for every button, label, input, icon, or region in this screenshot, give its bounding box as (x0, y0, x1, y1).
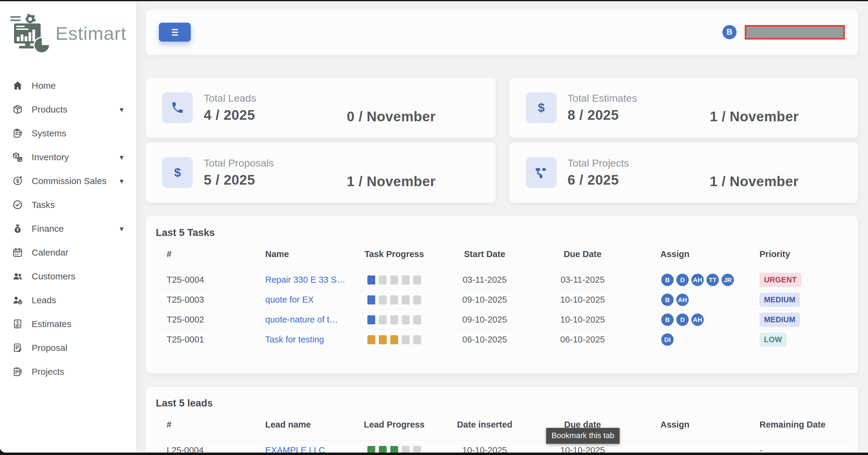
sidebar-item-systems[interactable]: Systems (0, 121, 136, 145)
topbar-right: B (722, 25, 845, 39)
app-window: Estimart Home Products ▾ Systems Invento… (0, 1, 868, 453)
stat-year-value: 8 / 2025 (567, 107, 667, 123)
sidebar: Estimart Home Products ▾ Systems Invento… (0, 1, 136, 453)
task-assignees: DI (631, 333, 754, 347)
sidebar-item-proposal[interactable]: Proposal (0, 336, 136, 360)
stat-year-value: 6 / 2025 (567, 172, 667, 188)
stat-card-total-projects: Total Projects 6 / 2025 1 / November (509, 142, 858, 203)
sidebar-item-label: Commission Sales (32, 176, 106, 186)
task-assignees: BDAH (631, 313, 754, 327)
sidebar-item-label: Calendar (32, 248, 68, 258)
clipboard-list-icon (11, 366, 24, 378)
priority-badge: MEDIUM (760, 293, 800, 307)
svg-text:$: $ (19, 301, 21, 304)
app-logo[interactable]: Estimart (0, 1, 136, 65)
assignee-avatar: DI (660, 333, 675, 347)
chevron-down-icon: ▾ (120, 177, 124, 185)
sidebar-item-estimates[interactable]: $ Estimates (0, 312, 136, 336)
task-due-date: 03-11-2025 (534, 275, 631, 285)
assignee-avatar: B (660, 273, 675, 287)
col-header: Start Date (435, 249, 534, 259)
stat-month-value: 1 / November (303, 156, 479, 190)
tasks-title: Last 5 Tasks (156, 227, 849, 238)
col-header: Name (254, 249, 353, 259)
redacted-user-info (745, 25, 845, 39)
box-icon (11, 104, 24, 116)
sidebar-item-label: Leads (32, 295, 56, 305)
col-header: Assign (631, 420, 754, 430)
sidebar-item-label: Products (32, 105, 67, 115)
task-row: T25-0002 quote-nature of t… 09-10-2025 1… (155, 310, 849, 330)
stat-card-total-proposals: $ Total Proposals 5 / 2025 1 / November (146, 142, 496, 203)
stats-grid: Total Leads 4 / 2025 0 / November $ Tota… (146, 78, 858, 203)
lead-due-date: 10-10-2025 (534, 445, 631, 453)
task-name-link[interactable]: quote-nature of t… (265, 315, 338, 325)
tooltip: Bookmark this tab (546, 428, 620, 444)
col-header: Lead name (254, 420, 353, 430)
tasks-card: Last 5 Tasks # Name Task Progress Start … (146, 216, 858, 373)
task-id: T25-0001 (155, 335, 254, 345)
user-avatar[interactable]: B (722, 25, 737, 39)
leads-title: Last 5 leads (156, 397, 849, 409)
task-name-link[interactable]: quote for EX (265, 295, 314, 305)
doc-pen-icon (11, 342, 24, 354)
user-dollar-icon: $ (11, 294, 24, 306)
sidebar-item-tasks[interactable]: Tasks (0, 193, 136, 217)
leads-table: # Lead name Lead Progress Date inserted … (155, 409, 849, 453)
stat-title: Total Estimates (567, 92, 667, 104)
sidebar-item-customers[interactable]: Customers (0, 264, 136, 288)
stat-month-value: 1 / November (667, 156, 841, 190)
sidebar-item-label: Customers (32, 271, 75, 282)
svg-text:$: $ (16, 227, 19, 232)
assignee-avatar: AH (675, 293, 689, 307)
dollar-icon: $ (526, 92, 557, 123)
lead-remaining-date: - (754, 445, 849, 453)
col-header: # (155, 420, 254, 430)
sidebar-item-products[interactable]: Products ▾ (0, 97, 136, 121)
task-id: T25-0003 (155, 295, 254, 305)
assignee-avatar: JR (721, 273, 735, 287)
svg-text:$: $ (16, 178, 19, 184)
assignee-avatar: D (675, 273, 689, 287)
phone-icon (162, 92, 193, 123)
stat-title: Total Projects (567, 157, 667, 169)
sidebar-item-label: Home (32, 81, 56, 91)
task-assignees: BDAHTTJR (631, 273, 754, 287)
table-header-row: # Lead name Lead Progress Date inserted … (155, 409, 849, 440)
sidebar-nav: Home Products ▾ Systems Inventory ▾ $ Co… (0, 65, 136, 383)
sidebar-item-home[interactable]: Home (0, 74, 136, 97)
sidebar-item-label: Projects (32, 367, 64, 377)
chevron-down-icon: ▾ (120, 225, 124, 233)
chevron-down-icon: ▾ (120, 153, 124, 161)
sidebar-item-leads[interactable]: $ Leads (0, 288, 136, 312)
sidebar-item-projects[interactable]: Projects (0, 360, 136, 383)
progress-bar (367, 335, 421, 344)
col-header: Priority (754, 249, 849, 259)
sidebar-item-calendar[interactable]: Calendar (0, 240, 136, 264)
assignee-avatar: TT (706, 273, 720, 287)
stat-year-value: 4 / 2025 (204, 107, 303, 123)
doc-dollar-icon: $ (11, 318, 24, 330)
lead-name-link[interactable]: EXAMPLE LLC (265, 445, 325, 453)
task-assignees: BAH (631, 293, 754, 307)
col-header: Task Progress (353, 249, 435, 259)
progress-bar (367, 276, 421, 285)
menu-button[interactable] (159, 23, 191, 41)
task-name-link[interactable]: Repair 330 E 33 S… (265, 275, 345, 285)
main-content: B Total Leads 4 / 2025 0 / November $ To… (136, 1, 868, 453)
stat-year-value: 5 / 2025 (204, 172, 303, 188)
col-header: Assign (631, 249, 754, 259)
sidebar-item-inventory[interactable]: Inventory ▾ (0, 145, 136, 169)
svg-text:$: $ (174, 166, 181, 179)
progress-bar (367, 315, 421, 324)
assignee-avatar: AH (690, 313, 705, 327)
task-name-link[interactable]: Task for testing (265, 335, 324, 345)
users-icon (11, 271, 24, 282)
boxes-icon (11, 151, 24, 163)
home-icon (11, 80, 24, 92)
stat-month-value: 0 / November (303, 91, 479, 124)
task-row: T25-0003 quote for EX 09-10-2025 10-10-2… (155, 290, 849, 310)
sidebar-item-finance[interactable]: $ Finance ▾ (0, 217, 136, 240)
money-bag-icon: $ (11, 223, 24, 235)
sidebar-item-commission-sales[interactable]: $ Commission Sales ▾ (0, 169, 136, 193)
